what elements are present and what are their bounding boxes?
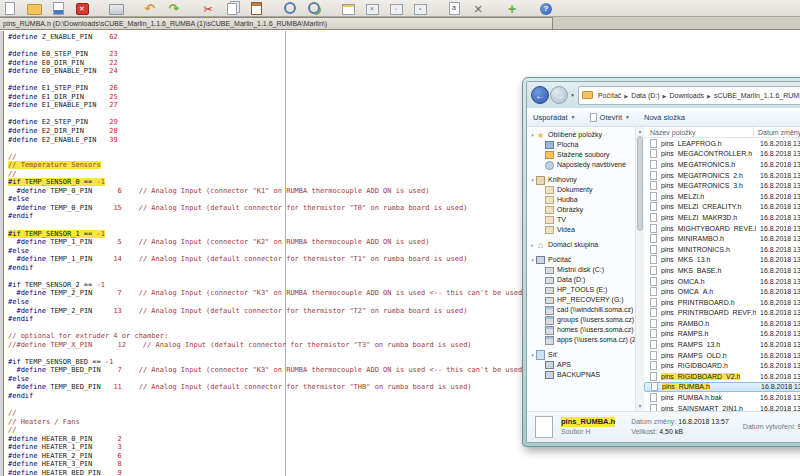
sidebar-item-cad-windchill-soma-cz-[interactable]: cad (\\windchill.soma.cz) (527, 305, 635, 315)
file-row-pins-minirambo-h[interactable]: pins_MINIRAMBO.h16.8.2018 13:57 (644, 233, 800, 244)
file-row-pins-mightyboard-reve-h[interactable]: pins_MIGHTYBOARD_REVE.h16.8.2018 13:57 (644, 223, 800, 234)
address-bar[interactable]: Počítač▶Data (D:)▶Downloads▶sCUBE_Marlin… (578, 86, 800, 105)
new-file-icon[interactable] (2, 2, 18, 15)
file-row-pins-rumba-h[interactable]: pins_RUMBA.h16.8.2018 13:57 (644, 382, 800, 393)
close-file-icon[interactable] (74, 2, 90, 15)
sidebar-item-knihovny[interactable]: ▾Knihovny (527, 175, 635, 185)
breadcrumb-segment[interactable]: Data (D:) (629, 92, 661, 99)
sidebar-item-hp-recovery-g-[interactable]: HP_RECOVERY (G:) (527, 295, 635, 305)
command-otev-t[interactable]: Otevřít▼ (590, 113, 630, 122)
file-row-pins-rigidboard-h[interactable]: pins_RIGIDBOARD.h16.8.2018 13:57 (644, 360, 800, 371)
sidebar-item-naposledy-nav-t-ven-[interactable]: Naposledy navštívené (527, 160, 635, 170)
redo-icon[interactable] (166, 2, 182, 15)
breadcrumb-segment[interactable]: sCUBE_Marlin_1.1.6_RUMBA (1) (712, 92, 800, 99)
sidebar-item-obr-zky[interactable]: Obrázky (527, 205, 635, 215)
sidebar-item-homes-users-soma-cz-[interactable]: homes (\\users.soma.cz) (527, 325, 635, 335)
sidebar-item-backupnas[interactable]: BACKUPNAS (527, 370, 635, 380)
sidebar-item-aps[interactable]: APS (527, 360, 635, 370)
open-file-icon[interactable] (26, 2, 42, 15)
save-file-icon[interactable] (50, 2, 66, 15)
undo-icon[interactable] (142, 2, 158, 15)
sidebar-item-obl-ben-polo-ky[interactable]: ▾Oblíbené položky (527, 130, 635, 140)
tree-scrollbar[interactable]: ▲ ▼ (635, 127, 644, 411)
sidebar-item-data-d-[interactable]: Data (D:) (527, 275, 635, 285)
scrollbar-thumb[interactable] (637, 136, 643, 231)
file-tab[interactable]: pins_RUMBA.h (D:\Downloads\sCUBE_Marlin_… (0, 17, 553, 30)
file-row-pins-minitronics-h[interactable]: pins_MINITRONICS.h16.8.2018 13:57 (644, 244, 800, 255)
file-row-pins-melzi-h[interactable]: pins_MELZI.h16.8.2018 13:57 (644, 191, 800, 202)
file-row-pins-megatronics-h[interactable]: pins_MEGATRONICS.h16.8.2018 13:57 (644, 159, 800, 170)
file-row-pins-melzi-creality-h[interactable]: pins_MELZI_CREALITY.h16.8.2018 13:57 (644, 202, 800, 213)
explorer-window[interactable]: ← → ▼ Počítač▶Data (D:)▶Downloads▶sCUBE_… (522, 77, 800, 447)
help-icon[interactable] (538, 2, 554, 15)
file-row-pins-mks-base-h[interactable]: pins_MKS_BASE.h16.8.2018 13:57 (644, 265, 800, 276)
search-icon[interactable] (282, 2, 298, 15)
sidebar-item-sta-en-soubory[interactable]: Stažené soubory (527, 150, 635, 160)
column-header-name[interactable]: Název položky (644, 127, 754, 137)
sidebar-item-hudba[interactable]: Hudba (527, 195, 635, 205)
file-row-pins-ramps-13-h[interactable]: pins_RAMPS_13.h16.8.2018 13:57 (644, 339, 800, 350)
sidebar-item-m-stn-disk-c-[interactable]: Místní disk (C:) (527, 265, 635, 275)
file-row-pins-sainsmart-2in1-h[interactable]: pins_SAINSMART_2IN1.h16.8.2018 13:57 (644, 403, 800, 411)
sidebar-item-s-[interactable]: ▾Síť (527, 350, 635, 360)
expander-icon[interactable]: ▸ (529, 240, 536, 250)
file-row-pins-rambo-h[interactable]: pins_RAMBO.h16.8.2018 13:57 (644, 318, 800, 329)
forward-button[interactable]: → (550, 86, 568, 104)
folder-icon (582, 91, 593, 99)
sidebar-item-videa[interactable]: Videa (527, 225, 635, 235)
desktop: { "colors":{"highlight_yellow":"#f6e643"… (0, 0, 800, 476)
file-row-pins-mks-13-h[interactable]: pins_MKS_13.h16.8.2018 13:57 (644, 255, 800, 266)
sidebar-item-plocha[interactable]: Plocha (527, 140, 635, 150)
file-row-pins-megacontroller-h[interactable]: pins_MEGACONTROLLER.h16.8.2018 13:57 (644, 149, 800, 160)
code-explorer-icon[interactable] (446, 2, 462, 15)
sidebar-item-tv[interactable]: TV (527, 215, 635, 225)
file-row-pins-ramps-old-h[interactable]: pins_RAMPS_OLD.h16.8.2018 13:57 (644, 350, 800, 361)
scroll-up-icon[interactable]: ▲ (636, 127, 644, 136)
search-replace-icon[interactable] (306, 2, 322, 15)
sidebar-item-groups-users-soma-cz-[interactable]: groups (\\users.soma.cz) (527, 315, 635, 325)
close-window-icon[interactable] (364, 2, 380, 15)
restore-window-icon[interactable] (412, 2, 428, 15)
back-button[interactable]: ← (531, 86, 549, 104)
file-row-pins-printrboard-h[interactable]: pins_PRINTRBOARD.h16.8.2018 13:57 (644, 297, 800, 308)
paste-icon[interactable] (248, 2, 264, 15)
expander-icon[interactable]: ▾ (529, 175, 536, 185)
copy-icon[interactable] (224, 2, 240, 15)
file-row-pins-melzi-makr3d-h[interactable]: pins_MELZI_MAKR3D.h16.8.2018 13:57 (644, 212, 800, 223)
history-dropdown-icon[interactable]: ▼ (570, 92, 575, 98)
sidebar-item-hp-tools-e-[interactable]: HP_TOOLS (E:) (527, 285, 635, 295)
command-nov-slo-ka[interactable]: Nová složka (644, 113, 685, 122)
column-header-date[interactable]: Datum změny (754, 127, 800, 137)
file-row-pins-ramps-h[interactable]: pins_RAMPS.h16.8.2018 13:57 (644, 329, 800, 340)
file-page-icon (651, 382, 658, 391)
sidebar-item-po-ta-[interactable]: ▾Počítač (527, 255, 635, 265)
file-row-pins-megatronics-3-h[interactable]: pins_MEGATRONICS_3.h16.8.2018 13:57 (644, 180, 800, 191)
sidebar-item-dokumenty[interactable]: Dokumenty (527, 185, 635, 195)
file-row-pins-rigidboard-v2-h[interactable]: pins_RIGIDBOARD_V2.h16.8.2018 13:57 (644, 371, 800, 382)
expander-icon[interactable]: ▾ (529, 255, 536, 265)
file-row-pins-omca-h[interactable]: pins_OMCA.h16.8.2018 13:57 (644, 276, 800, 287)
chevron-down-icon: ▼ (625, 114, 630, 120)
breadcrumb-segment[interactable]: Počítač (596, 92, 623, 99)
new-project-icon[interactable] (340, 2, 356, 15)
expander-icon[interactable]: ▾ (529, 130, 536, 140)
file-page-icon (650, 192, 657, 201)
file-row-pins-leapfrog-h[interactable]: pins_LEAPFROG.h16.8.2018 13:57 (644, 138, 800, 149)
expander-icon[interactable]: ▾ (529, 350, 536, 360)
file-page-icon (650, 277, 657, 286)
file-row-pins-rumba-h-bak[interactable]: pins_RUMBA.h.bak16.8.2018 13:57 (644, 392, 800, 403)
settings-icon[interactable] (470, 2, 486, 15)
minimize-window-icon[interactable] (388, 2, 404, 15)
command-uspo-dat[interactable]: Uspořádat▼ (533, 113, 576, 122)
sidebar-item-dom-c-skupina[interactable]: ▸Domácí skupina (527, 240, 635, 250)
add-plugin-icon[interactable] (504, 2, 520, 15)
sidebar-item-apps-users-soma-cz-z[interactable]: apps (\\users.soma.cz) (Z (527, 335, 635, 345)
sidebar-item-label: Počítač (548, 255, 571, 265)
cut-icon[interactable] (200, 2, 216, 15)
file-row-pins-megatronics-2-h[interactable]: pins_MEGATRONICS_2.h16.8.2018 13:57 (644, 170, 800, 181)
file-row-pins-printrboard-revf-h[interactable]: pins_PRINTRBOARD_REVF.h16.8.2018 13:57 (644, 308, 800, 319)
file-row-pins-omca-a-h[interactable]: pins_OMCA_A.h16.8.2018 13:57 (644, 286, 800, 297)
print-icon[interactable] (108, 2, 124, 15)
breadcrumb-segment[interactable]: Downloads (667, 92, 706, 99)
scroll-down-icon[interactable]: ▼ (636, 402, 644, 411)
